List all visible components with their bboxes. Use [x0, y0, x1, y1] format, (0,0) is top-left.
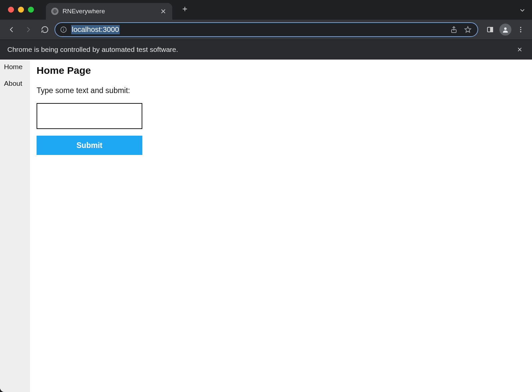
svg-point-9	[520, 27, 521, 28]
form-prompt: Type some text and submit:	[37, 86, 525, 95]
chevron-down-icon[interactable]	[519, 7, 526, 15]
svg-point-8	[504, 28, 506, 30]
forward-button[interactable]	[21, 23, 35, 37]
svg-point-10	[520, 29, 521, 30]
new-tab-button[interactable]	[179, 3, 191, 15]
page-title: Home Page	[37, 65, 525, 76]
back-button[interactable]	[5, 23, 19, 37]
main-content: Home Page Type some text and submit: Sub…	[30, 60, 532, 392]
panel-icon[interactable]	[483, 23, 497, 36]
infobar-text: Chrome is being controlled by automated …	[7, 46, 178, 54]
site-info-icon[interactable]	[60, 26, 67, 33]
svg-point-11	[520, 31, 521, 33]
window-controls	[8, 7, 34, 13]
automation-infobar: Chrome is being controlled by automated …	[0, 40, 532, 60]
url-text[interactable]: localhost:3000	[71, 25, 445, 34]
browser-chrome: RNEverywhere localhost:3000	[0, 0, 532, 60]
sidebar: Home About	[0, 60, 30, 392]
toolbar-right	[481, 23, 527, 36]
close-icon[interactable]	[160, 8, 167, 15]
profile-avatar[interactable]	[499, 24, 511, 36]
submit-button[interactable]: Submit	[37, 136, 142, 155]
globe-icon	[51, 8, 59, 15]
window-close-button[interactable]	[8, 7, 14, 13]
bookmark-icon[interactable]	[463, 25, 473, 35]
sidebar-item-about[interactable]: About	[4, 79, 30, 87]
share-icon[interactable]	[449, 25, 459, 35]
sidebar-item-home[interactable]: Home	[4, 63, 30, 71]
omnibox-actions	[449, 25, 473, 35]
reload-button[interactable]	[38, 23, 52, 37]
page-viewport: Home About Home Page Type some text and …	[0, 60, 532, 392]
browser-tab[interactable]: RNEverywhere	[46, 3, 172, 20]
tab-title: RNEverywhere	[63, 8, 156, 15]
address-bar[interactable]: localhost:3000	[55, 22, 478, 37]
window-minimize-button[interactable]	[18, 7, 24, 13]
window-maximize-button[interactable]	[28, 7, 34, 13]
svg-rect-7	[490, 27, 493, 32]
close-icon[interactable]	[515, 45, 525, 55]
tab-strip: RNEverywhere	[0, 0, 532, 20]
toolbar: localhost:3000	[0, 20, 532, 40]
svg-point-3	[63, 28, 64, 29]
menu-icon[interactable]	[514, 23, 527, 36]
text-input[interactable]	[37, 103, 142, 129]
